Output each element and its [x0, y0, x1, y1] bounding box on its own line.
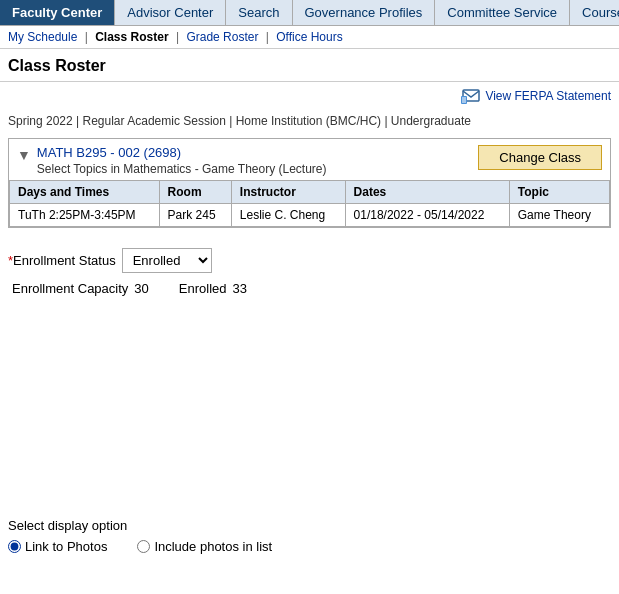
session-info: Spring 2022 | Regular Academic Session |…: [0, 110, 619, 134]
capacity-value: 30: [134, 281, 148, 296]
capacity-item: Enrollment Capacity 30: [12, 281, 149, 296]
table-row: TuTh 2:25PM-3:45PM Park 245 Leslie C. Ch…: [10, 204, 610, 227]
enrollment-section: *Enrollment Status Enrolled Waitlisted D…: [0, 232, 619, 304]
enrollment-capacity-row: Enrollment Capacity 30 Enrolled 33: [8, 281, 611, 296]
top-navigation: Faculty Center Advisor Center Search Gov…: [0, 0, 619, 26]
office-hours-link[interactable]: Office Hours: [276, 30, 342, 44]
course-header-left: ▼ MATH B295 - 002 (2698) Select Topics i…: [17, 145, 327, 176]
tab-governance-profiles[interactable]: Governance Profiles: [293, 0, 436, 25]
course-info: MATH B295 - 002 (2698) Select Topics in …: [37, 145, 327, 176]
tab-committee-service[interactable]: Committee Service: [435, 0, 570, 25]
col-header-instructor: Instructor: [231, 181, 345, 204]
col-header-topic: Topic: [509, 181, 609, 204]
radio-include-photos[interactable]: Include photos in list: [137, 539, 272, 554]
radio-link-photos[interactable]: Link to Photos: [8, 539, 107, 554]
radio-link-photos-input[interactable]: [8, 540, 21, 553]
course-subtitle: Select Topics in Mathematics - Game Theo…: [37, 162, 327, 176]
secondary-navigation: My Schedule | Class Roster | Grade Roste…: [0, 26, 619, 49]
tab-faculty-center[interactable]: Faculty Center: [0, 0, 115, 25]
col-header-dates: Dates: [345, 181, 509, 204]
ferpa-icon: [461, 88, 481, 104]
capacity-label: Enrollment Capacity: [12, 281, 128, 296]
enrolled-value: 33: [233, 281, 247, 296]
my-schedule-link[interactable]: My Schedule: [8, 30, 77, 44]
radio-link-photos-label: Link to Photos: [25, 539, 107, 554]
tab-advisor-center[interactable]: Advisor Center: [115, 0, 226, 25]
enrollment-status-row: *Enrollment Status Enrolled Waitlisted D…: [8, 248, 611, 273]
main-content: View FERPA Statement Spring 2022 | Regul…: [0, 82, 619, 582]
course-section: ▼ MATH B295 - 002 (2698) Select Topics i…: [8, 138, 611, 228]
enrolled-item: Enrolled 33: [179, 281, 247, 296]
enrollment-status-select[interactable]: Enrolled Waitlisted Dropped: [122, 248, 212, 273]
separator-1: |: [85, 30, 88, 44]
dropdown-arrow-icon[interactable]: ▼: [17, 147, 31, 163]
enrollment-status-label: *Enrollment Status: [8, 253, 116, 268]
class-roster-nav-item: Class Roster: [95, 30, 168, 44]
radio-group: Link to Photos Include photos in list: [8, 539, 272, 554]
cell-topic: Game Theory: [509, 204, 609, 227]
course-link[interactable]: MATH B295 - 002 (2698): [37, 145, 181, 160]
course-table: Days and Times Room Instructor Dates Top…: [9, 180, 610, 227]
display-option-section: Select display option Link to Photos Inc…: [0, 510, 280, 562]
col-header-days-times: Days and Times: [10, 181, 160, 204]
ferpa-row: View FERPA Statement: [0, 82, 619, 110]
radio-include-photos-label: Include photos in list: [154, 539, 272, 554]
display-option-label: Select display option: [8, 518, 272, 533]
radio-include-photos-input[interactable]: [137, 540, 150, 553]
col-header-room: Room: [159, 181, 231, 204]
cell-dates: 01/18/2022 - 05/14/2022: [345, 204, 509, 227]
cell-room: Park 245: [159, 204, 231, 227]
cell-instructor: Leslie C. Cheng: [231, 204, 345, 227]
enrolled-label: Enrolled: [179, 281, 227, 296]
separator-2: |: [176, 30, 179, 44]
ferpa-link[interactable]: View FERPA Statement: [461, 88, 611, 104]
separator-3: |: [266, 30, 269, 44]
cell-days-times: TuTh 2:25PM-3:45PM: [10, 204, 160, 227]
course-header: ▼ MATH B295 - 002 (2698) Select Topics i…: [9, 139, 610, 180]
tab-search[interactable]: Search: [226, 0, 292, 25]
grade-roster-link[interactable]: Grade Roster: [186, 30, 258, 44]
page-title: Class Roster: [0, 49, 619, 82]
change-class-button[interactable]: Change Class: [478, 145, 602, 170]
tab-course-catalog[interactable]: Course Catalog: [570, 0, 619, 25]
